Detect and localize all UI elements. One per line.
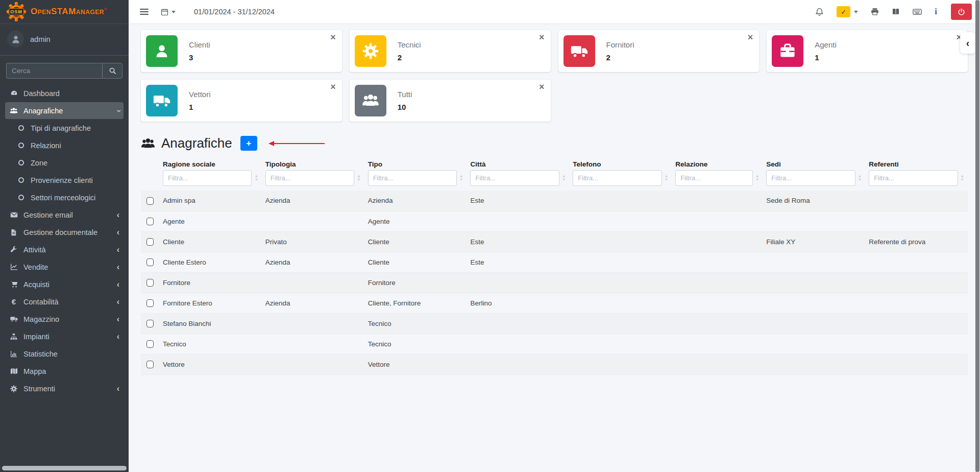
table-row[interactable]: TecnicoTecnico: [141, 334, 968, 354]
print-button[interactable]: [871, 8, 879, 16]
sort-icon[interactable]: ▲▼: [755, 175, 759, 181]
close-icon[interactable]: ×: [330, 82, 336, 91]
status-check-dropdown[interactable]: ✓: [837, 6, 858, 17]
cell: Cliente Estero: [159, 252, 262, 272]
stat-card-agenti[interactable]: Agenti1 ×: [767, 30, 968, 72]
close-icon[interactable]: ×: [539, 82, 545, 91]
close-icon[interactable]: ×: [748, 33, 753, 42]
sort-icon[interactable]: ▲▼: [459, 175, 463, 181]
sidebar-item-statistiche[interactable]: Statistiche: [5, 345, 124, 362]
brand[interactable]: OSM OpenSTAManager®: [0, 0, 129, 24]
table-row[interactable]: Stefano BianchiTecnico: [141, 313, 968, 334]
row-checkbox[interactable]: [146, 258, 154, 266]
table-row[interactable]: Fornitore EsteroAziendaCliente, Fornitor…: [141, 293, 968, 313]
filter-input-tipo[interactable]: [368, 170, 457, 186]
filter-input-relazione[interactable]: [675, 170, 753, 186]
date-range-label[interactable]: 01/01/2024 - 31/12/2024: [189, 5, 280, 18]
row-checkbox[interactable]: [146, 361, 154, 368]
column-header[interactable]: Città: [467, 159, 569, 170]
stat-card-fornitori[interactable]: Fornitori2 ×: [558, 30, 760, 72]
hamburger-menu-button[interactable]: [140, 9, 149, 15]
sidebar-item-strumenti[interactable]: Strumenti ‹: [5, 380, 124, 397]
sidebar-item-attivita[interactable]: Attività ‹: [5, 241, 124, 258]
sort-icon[interactable]: ▲▼: [665, 175, 668, 181]
column-header[interactable]: Referenti: [865, 159, 968, 170]
row-checkbox[interactable]: [146, 238, 154, 246]
sidebar-item-gestione-documentale[interactable]: Gestione documentale ‹: [5, 224, 124, 241]
info-button[interactable]: i: [935, 7, 937, 17]
sidebar-item-magazzino[interactable]: Magazzino ‹: [5, 311, 124, 327]
scrollbar-thumb[interactable]: [975, 0, 979, 472]
sidebar-item-impianti[interactable]: Impianti ‹: [5, 328, 124, 345]
sidebar-item-contabilita[interactable]: € Contabilità ‹: [5, 293, 124, 310]
keyboard-icon: [913, 7, 922, 16]
printer-icon: [871, 8, 879, 16]
sort-icon[interactable]: ▲▼: [357, 175, 360, 181]
cell: [467, 334, 569, 354]
sidebar-item-gestione-email[interactable]: Gestione email ‹: [5, 206, 124, 223]
sidebar-item-relazioni[interactable]: Relazioni: [5, 137, 124, 154]
check-badge[interactable]: ✓: [837, 6, 850, 17]
sidebar-item-settori-merceologici[interactable]: Settori merceologici: [5, 189, 124, 206]
row-checkbox[interactable]: [146, 340, 154, 348]
notifications-bell-button[interactable]: [815, 8, 824, 16]
sidebar-item-zone[interactable]: Zone: [5, 154, 124, 171]
filter-input-citta[interactable]: [470, 170, 559, 186]
close-icon[interactable]: ×: [539, 33, 545, 42]
row-checkbox[interactable]: [146, 218, 154, 225]
sidebar-item-dashboard[interactable]: Dashboard: [5, 85, 124, 102]
stat-card-tutti[interactable]: Tutti10 ×: [350, 80, 551, 122]
sidebar-item-mappa[interactable]: Mappa: [5, 363, 124, 380]
column-header[interactable]: Tipologia: [262, 159, 364, 170]
sidebar-item-vendite[interactable]: Vendite ‹: [5, 258, 124, 275]
sidebar-item-tipi-di-anagrafiche[interactable]: Tipi di anagrafiche: [5, 120, 124, 136]
table-row[interactable]: AgenteAgente: [141, 211, 968, 231]
add-record-button[interactable]: +: [240, 136, 257, 151]
filter-input-tipologia[interactable]: [265, 170, 354, 186]
column-header[interactable]: Tipo: [364, 159, 467, 170]
column-header[interactable]: Relazione: [672, 159, 763, 170]
filter-input-telefono[interactable]: [573, 170, 662, 186]
stat-card-clienti[interactable]: Clienti3 ×: [141, 30, 342, 72]
sidebar-item-provenienze-clienti[interactable]: Provenienze clienti: [5, 172, 124, 188]
row-checkbox[interactable]: [146, 197, 154, 205]
row-checkbox[interactable]: [146, 320, 154, 327]
row-checkbox[interactable]: [146, 279, 154, 287]
panel-collapse-button[interactable]: ‹: [960, 32, 975, 54]
filter-input-sedi[interactable]: [766, 170, 855, 186]
close-icon[interactable]: ×: [330, 33, 336, 42]
table-row[interactable]: FornitoreFornitore: [141, 272, 968, 293]
table-row[interactable]: ClientePrivatoClienteEsteFiliale XYRefer…: [141, 231, 968, 252]
cell: [262, 272, 364, 293]
sidebar-item-anagrafiche[interactable]: Anagrafiche ‹: [5, 102, 124, 119]
filter-input-referenti[interactable]: [869, 170, 958, 186]
logout-button[interactable]: [951, 4, 972, 20]
sort-icon[interactable]: ▲▼: [858, 175, 862, 181]
sidebar-item-acquisti[interactable]: Acquisti ‹: [5, 276, 124, 293]
sidebar-horizontal-scrollbar[interactable]: [2, 466, 127, 470]
stat-card-tecnici[interactable]: Tecnici2 ×: [350, 30, 551, 72]
calendar-dropdown-button[interactable]: [161, 8, 176, 16]
table-row[interactable]: Admin spaAziendaAziendaEsteSede di Roma: [141, 191, 968, 211]
stat-value: 3: [189, 53, 210, 62]
cell: Admin spa: [159, 191, 262, 211]
column-header[interactable]: Sedi: [763, 159, 865, 170]
row-checkbox[interactable]: [146, 299, 154, 307]
sort-icon[interactable]: ▲▼: [254, 175, 258, 181]
column-header[interactable]: Telefono: [569, 159, 672, 170]
docs-button[interactable]: [892, 8, 900, 16]
search-input[interactable]: [6, 63, 102, 79]
circle-icon: [16, 160, 26, 166]
vertical-scrollbar[interactable]: [975, 0, 980, 472]
sort-icon[interactable]: ▲▼: [961, 175, 964, 181]
column-header[interactable]: Ragione sociale: [159, 159, 262, 170]
search-button[interactable]: [102, 63, 122, 79]
sort-icon[interactable]: ▲▼: [562, 175, 566, 181]
table-row[interactable]: Cliente EsteroAziendaClienteEste: [141, 252, 968, 272]
cell: Filiale XY: [763, 231, 865, 252]
table-row[interactable]: VettoreVettore: [141, 354, 968, 374]
cell: [569, 313, 672, 334]
filter-input-ragione-sociale[interactable]: [163, 170, 252, 186]
shortcuts-button[interactable]: [913, 7, 922, 16]
stat-card-vettori[interactable]: Vettori1 ×: [141, 80, 342, 122]
